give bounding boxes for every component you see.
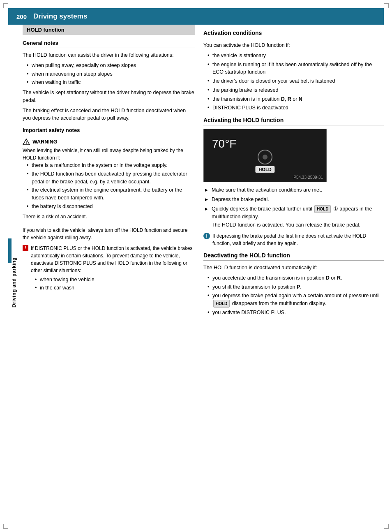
corner-mark-tr [384,3,389,8]
general-notes-heading: General notes [23,40,195,46]
info-circle-icon: i [203,233,210,239]
list-item: you shift the transmission to position P… [208,283,384,291]
general-notes-text2: The vehicle is kept stationary without t… [23,89,195,104]
deactivating-bullets: you accelerate and the transmission is i… [203,274,384,317]
info-note-text: If depressing the brake pedal the first … [212,232,384,247]
red-note-text: If DISTRONIC PLUS or the HOLD function i… [31,245,193,273]
list-item: Make sure that the activation conditions… [205,186,384,194]
red-square-icon: ! [23,245,28,251]
list-item: there is a malfunction in the system or … [27,162,195,169]
sidebar-accent-bar [8,238,12,263]
right-column: Activation conditions You can activate t… [203,25,384,319]
activation-bullets: the vehicle is stationary the engine is … [203,52,384,112]
list-item: when maneuvering on steep slopes [27,70,195,78]
list-item: you depress the brake pedal again with a… [208,292,384,308]
info-note: i If depressing the brake pedal the firs… [203,232,384,247]
list-item: the transmission is in position D, R or … [208,95,384,103]
general-notes-text1: The HOLD function can assist the driver … [23,51,195,59]
general-notes-bullets: when pulling away, especially on steep s… [23,62,195,86]
red-note-content: If DISTRONIC PLUS or the HOLD function i… [31,245,195,295]
red-note: ! If DISTRONIC PLUS or the HOLD function… [23,245,195,295]
list-item: when towing the vehicle [35,276,195,284]
list-item: Depress the brake pedal. [205,196,384,204]
left-column: HOLD function General notes The HOLD fun… [23,25,195,319]
display-icon-circle [258,150,272,164]
list-item: Quickly depress the brake pedal further … [205,205,384,229]
activation-steps: Make sure that the activation conditions… [203,186,384,229]
warning-label: WARNING [32,139,57,145]
activation-conditions-divider [203,38,384,38]
list-item: the HOLD function has been deactivated b… [27,170,195,186]
hold-activated-text: The HOLD function is activated. You can … [212,221,384,229]
list-item: the battery is disconnected [27,203,195,210]
activating-heading: Activating the HOLD function [203,117,384,123]
list-item: in the car wash [35,284,195,292]
hold-badge-inline: HOLD [314,205,331,213]
corner-mark-bl [3,524,8,529]
display-caption: P54.33-2509-31 [293,175,323,180]
warning-bullets: there is a malfunction in the system or … [23,162,195,210]
page-number: 200 [16,13,27,20]
general-notes-divider [23,48,195,48]
activation-conditions-heading: Activation conditions [203,30,384,36]
corner-mark-br [384,524,389,529]
corner-mark-tl [3,3,8,8]
display-temperature: 70°F [212,137,236,150]
hold-function-label: HOLD function [27,27,65,33]
list-item: when waiting in traffic [27,79,195,86]
list-item: the electrical system in the engine comp… [27,186,195,202]
list-item: when pulling away, especially on steep s… [27,62,195,69]
deactivating-text: The HOLD function is deactivated automat… [203,264,384,272]
safety-notes-heading: Important safety notes [23,127,195,133]
list-item: the driver's door is closed or your seat… [208,77,384,85]
sidebar-label: Driving and parking [8,58,20,507]
page-title: Driving systems [33,12,87,21]
red-note-bullets: when towing the vehicle in the car wash [31,276,195,292]
list-item: you activate DISTRONIC PLUS. [208,309,384,317]
hold-badge-inline2: HOLD [213,300,230,308]
list-item: the parking brake is released [208,86,384,94]
list-item: you accelerate and the transmission is i… [208,274,384,282]
svg-text:!: ! [26,141,27,145]
list-item: DISTRONIC PLUS is deactivated [208,104,384,112]
hold-badge-display: HOLD [255,166,274,173]
safety-notes-divider [23,135,195,135]
list-item: the vehicle is stationary [208,52,384,60]
general-notes-text3: The braking effect is canceled and the H… [23,107,195,123]
activation-conditions-text: You can activate the HOLD function if: [203,42,384,49]
page-header: 200 Driving systems [8,8,384,25]
warning-box: ! WARNING When leaving the vehicle, it c… [23,139,195,241]
hold-display-image: 70°F HOLD P54.33-2509-31 [203,129,327,182]
display-icon-inner [263,155,267,160]
hold-function-box: HOLD function [23,25,195,35]
warning-instruction: If you wish to exit the vehicle, always … [23,227,195,241]
warning-accident: There is a risk of an accident. [23,213,195,220]
activating-divider [203,125,384,125]
warning-text1: When leaving the vehicle, it can still r… [23,147,195,162]
deactivating-divider [203,260,384,261]
deactivating-heading: Deactivating the HOLD function [203,252,384,259]
sidebar-label-text: Driving and parking [11,257,17,308]
list-item: the engine is running or if it has been … [208,61,384,76]
content-area: HOLD function General notes The HOLD fun… [23,25,384,319]
warning-header: ! WARNING [23,139,195,145]
warning-icon: ! [23,139,30,145]
